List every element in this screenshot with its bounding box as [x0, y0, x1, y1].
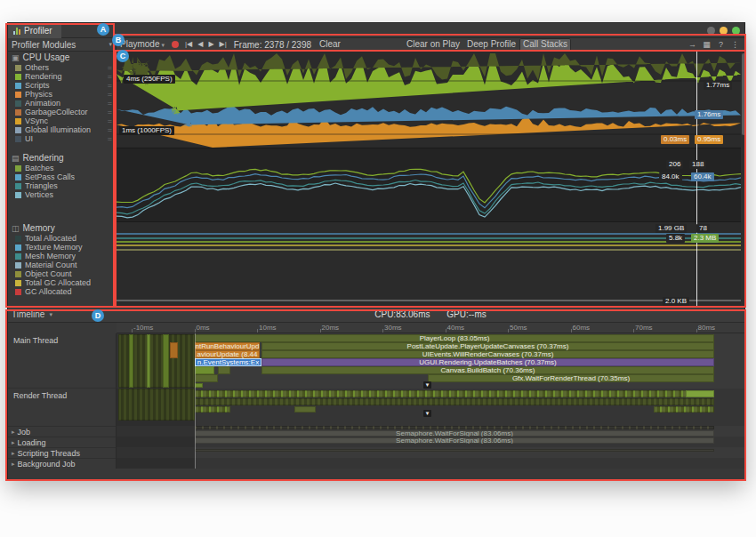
- timeline-bar[interactable]: [294, 406, 316, 413]
- module-item-scripts[interactable]: Scripts=: [8, 81, 116, 90]
- timeline-bar[interactable]: [118, 389, 195, 421]
- clear-on-play-toggle[interactable]: Clear on Play: [403, 38, 463, 52]
- drag-handle-icon[interactable]: =: [108, 116, 112, 125]
- drag-handle-icon[interactable]: =: [108, 81, 112, 90]
- drag-handle-icon[interactable]: =: [108, 134, 112, 143]
- timeline-sample-bar[interactable]: PostLateUpdate.PlayerUpdateCanvases (70.…: [261, 342, 714, 350]
- thread-row-scripting-threads[interactable]: ▸Scripting Threads: [8, 448, 116, 459]
- module-item-setpass-calls[interactable]: SetPass Calls: [8, 172, 116, 181]
- module-item-animation[interactable]: Animation=: [8, 99, 116, 108]
- module-item-vertices[interactable]: Vertices: [8, 190, 116, 199]
- timeline-bar[interactable]: [170, 342, 178, 358]
- previous-frame-button[interactable]: ◀: [195, 38, 205, 51]
- timeline-sample-bar[interactable]: PlayerLoop (83.05ms): [195, 334, 714, 342]
- window-minimize-button[interactable]: [720, 27, 728, 35]
- module-item-vsync[interactable]: VSync=: [8, 116, 116, 125]
- first-frame-button[interactable]: |◀: [182, 38, 195, 51]
- timeline-sample-bar[interactable]: n.EventSystems:Ex: [195, 358, 261, 366]
- timeline-canvas[interactable]: PlayerLoop (83.05ms)ntRunBehaviourUpdPos…: [117, 333, 746, 469]
- module-item-others[interactable]: Others=: [8, 63, 116, 72]
- timeline-bar[interactable]: [195, 406, 230, 413]
- timeline-bar[interactable]: [218, 366, 230, 374]
- drag-handle-icon[interactable]: =: [108, 63, 112, 72]
- module-item-total-gc-allocated[interactable]: Total GC Allocated: [8, 278, 116, 287]
- modules-grid-icon[interactable]: ▦: [700, 38, 713, 51]
- memory-chart[interactable]: [117, 221, 741, 308]
- timeline-bar[interactable]: [147, 334, 150, 388]
- tab-profiler[interactable]: Profiler: [8, 23, 61, 38]
- module-rendering-header[interactable]: ▤ Rendering: [8, 152, 116, 164]
- timeline-bar[interactable]: [195, 398, 714, 405]
- timeline-bar[interactable]: [195, 374, 218, 382]
- timeline-sample-bar[interactable]: Semaphore.WaitForSignal (83.06ms): [195, 437, 714, 444]
- scrollbar-thumb[interactable]: [742, 53, 745, 135]
- module-item-global-illumination[interactable]: Global Illumination=: [8, 125, 116, 134]
- thread-row-job[interactable]: ▸Job: [8, 427, 116, 437]
- module-item-gc-allocated[interactable]: GC Allocated: [8, 287, 116, 296]
- drag-handle-icon[interactable]: =: [108, 72, 112, 81]
- call-stacks-toggle[interactable]: Call Stacks: [519, 38, 571, 52]
- timeline-sample-bar[interactable]: Gfx.WaitForRenderThread (70.35ms): [428, 374, 714, 382]
- timeline-bar[interactable]: [163, 334, 169, 388]
- timeline-sample-bar[interactable]: Canvas.BuildBatch (70.36ms): [261, 366, 714, 374]
- cpu-usage-chart[interactable]: [117, 52, 741, 148]
- charts-scrollbar[interactable]: [741, 52, 746, 308]
- drag-handle-icon[interactable]: =: [108, 90, 112, 99]
- drag-handle-icon[interactable]: =: [108, 99, 112, 108]
- timeline-sample-bar[interactable]: UGUI.Rendering.UpdateBatches (70.37ms): [261, 358, 714, 366]
- timeline-sample-bar[interactable]: aviourUpdate (8.44: [195, 350, 260, 358]
- module-item-triangles[interactable]: Triangles: [8, 181, 116, 190]
- module-item-total-allocated[interactable]: Total Allocated: [8, 234, 116, 243]
- timeline-bar[interactable]: [686, 390, 714, 397]
- context-menu-icon[interactable]: ⋮: [728, 38, 742, 51]
- foldout-arrow-icon[interactable]: ▸: [12, 450, 15, 457]
- deep-profile-toggle[interactable]: Deep Profile: [463, 38, 519, 52]
- rendering-chart[interactable]: [117, 148, 741, 221]
- window-maximize-button[interactable]: [732, 27, 740, 35]
- module-item-batches[interactable]: Batches: [8, 164, 116, 172]
- module-item-ui[interactable]: UI=: [8, 134, 116, 143]
- module-item-rendering[interactable]: Rendering=: [8, 72, 116, 81]
- help-icon[interactable]: ?: [714, 38, 728, 51]
- next-frame-button[interactable]: ▶: [205, 38, 216, 51]
- playmode-dropdown[interactable]: Playmode▾: [117, 38, 168, 52]
- drag-handle-icon[interactable]: =: [108, 125, 112, 134]
- foldout-arrow-icon[interactable]: ▸: [12, 461, 15, 468]
- thread-row-render-thread[interactable]: Render Thread: [8, 389, 116, 427]
- foldout-arrow-icon[interactable]: ▸: [12, 439, 15, 446]
- timeline-bar[interactable]: [195, 449, 714, 452]
- timeline-sample-bar[interactable]: Semaphore.WaitForSignal (83.06ms): [195, 430, 714, 437]
- timeline-bar[interactable]: [195, 383, 203, 388]
- thread-row-main-thread[interactable]: Main Thread: [8, 333, 116, 389]
- module-item-label: VSync: [25, 116, 48, 125]
- module-item-garbagecollector[interactable]: GarbageCollector=: [8, 108, 116, 116]
- timeline-sample-bar[interactable]: ntRunBehaviourUpd: [195, 342, 260, 350]
- timeline-bar[interactable]: [195, 426, 714, 429]
- collapsed-samples-marker-icon[interactable]: ▼: [423, 410, 431, 417]
- timeline-bar[interactable]: [654, 406, 714, 413]
- foldout-arrow-icon[interactable]: ▸: [12, 429, 15, 436]
- drag-handle-icon[interactable]: =: [108, 108, 112, 116]
- last-frame-button[interactable]: ▶|: [217, 38, 229, 51]
- timeline-view-dropdown[interactable]: Timeline ▾: [12, 309, 52, 319]
- timeline-sample-bar[interactable]: UIEvents.WillRenderCanvases (70.37ms): [261, 350, 714, 358]
- module-item-mesh-memory[interactable]: Mesh Memory: [8, 252, 116, 260]
- thread-row-loading[interactable]: ▸Loading: [8, 437, 116, 448]
- module-cpu-header[interactable]: ▣ CPU Usage: [8, 52, 116, 63]
- module-item-texture-memory[interactable]: Texture Memory: [8, 243, 116, 252]
- timeline-bar[interactable]: [195, 366, 214, 374]
- module-item-material-count[interactable]: Material Count: [8, 260, 116, 269]
- timeline-bar[interactable]: [195, 390, 714, 397]
- goto-current-frame-icon[interactable]: →: [686, 38, 699, 51]
- time-ruler[interactable]: -10ms0ms10ms20ms30ms40ms50ms60ms70ms80ms: [117, 323, 746, 333]
- profiler-modules-dropdown[interactable]: Profiler Modules ▾: [8, 38, 117, 52]
- module-item-physics[interactable]: Physics=: [8, 90, 116, 99]
- record-button[interactable]: [168, 38, 182, 52]
- thread-row-background-job[interactable]: ▸Background Job: [8, 459, 116, 469]
- window-close-button[interactable]: [707, 27, 715, 35]
- clear-button[interactable]: Clear: [316, 38, 344, 52]
- module-item-object-count[interactable]: Object Count: [8, 269, 116, 278]
- module-memory-header[interactable]: ◫ Memory: [8, 222, 116, 234]
- collapsed-samples-marker-icon[interactable]: ▼: [423, 381, 431, 389]
- timeline-bar[interactable]: [129, 334, 133, 388]
